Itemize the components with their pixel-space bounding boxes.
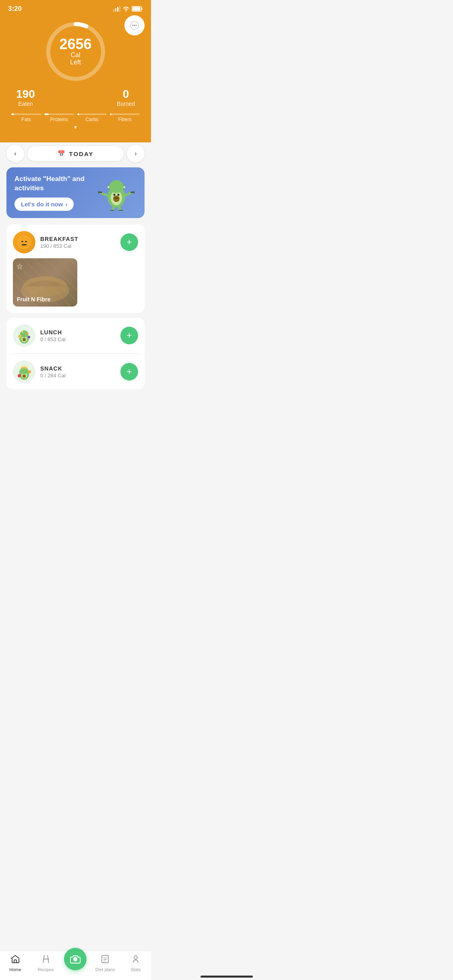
chat-button[interactable] (124, 15, 145, 35)
burned-stat: 0 Burned (117, 88, 135, 107)
svg-point-14 (113, 196, 120, 202)
svg-point-46 (23, 375, 26, 378)
svg-marker-48 (21, 365, 27, 369)
svg-point-40 (18, 335, 21, 338)
macro-proteins: Proteins (44, 113, 74, 122)
macro-fats-label: Fats (21, 117, 31, 122)
svg-rect-42 (22, 331, 23, 333)
banner-title: Activate "Health" and activities (14, 175, 96, 192)
calorie-value: 2656 (59, 37, 91, 51)
lunch-icon (13, 324, 35, 347)
status-icons (113, 6, 143, 12)
prev-date-button[interactable]: ‹ (6, 145, 24, 163)
banner-left: Activate "Health" and activities Let's d… (14, 175, 96, 210)
macro-fats: Fats (11, 113, 41, 122)
breakfast-header: BREAKFAST 190 / 853 Cal + (13, 231, 138, 253)
lunch-add-button[interactable]: + (120, 327, 138, 344)
snack-avocado-svg (16, 364, 32, 380)
avocado-mascot-svg (98, 175, 134, 211)
svg-point-8 (134, 25, 135, 26)
snack-info: SNACK 0 / 284 Cal (40, 365, 120, 379)
svg-line-20 (100, 193, 108, 196)
burned-value: 0 (117, 88, 135, 101)
food-card-breakfast[interactable]: ☆ Fruit N Fibre (13, 258, 77, 307)
activate-banner[interactable]: Activate "Health" and activities Let's d… (6, 167, 145, 218)
svg-rect-3 (119, 6, 120, 12)
status-time: 3:20 (8, 5, 22, 13)
macro-carbs-label: Carbs (85, 117, 98, 122)
snack-add-button[interactable]: + (120, 363, 138, 381)
svg-point-49 (18, 374, 21, 377)
date-pill[interactable]: 📅 TODAY (27, 146, 124, 161)
svg-point-16 (118, 194, 120, 196)
lunch-avocado-svg (16, 327, 32, 344)
svg-point-30 (17, 235, 31, 249)
macro-fibers: Fibers (110, 113, 140, 122)
svg-rect-2 (117, 7, 118, 12)
svg-rect-33 (22, 244, 27, 245)
svg-rect-0 (113, 9, 114, 12)
activate-button[interactable]: Let's do it now › (14, 198, 74, 211)
svg-point-41 (28, 336, 30, 338)
svg-line-21 (125, 193, 131, 196)
breakfast-face-svg (17, 235, 31, 249)
next-date-button[interactable]: › (127, 145, 145, 163)
svg-point-38 (23, 338, 26, 341)
eaten-label: Eaten (16, 101, 35, 107)
chat-icon (130, 21, 139, 30)
breakfast-icon (13, 231, 35, 253)
expand-arrow[interactable]: ▾ (74, 124, 77, 130)
lunch-cal: 0 / 853 Cal (40, 336, 120, 342)
svg-rect-1 (115, 8, 116, 12)
signal-icon (113, 6, 120, 12)
calendar-icon: 📅 (58, 150, 66, 157)
svg-rect-22 (98, 191, 102, 193)
lunch-row: LUNCH 0 / 853 Cal + (6, 318, 145, 354)
svg-point-19 (109, 180, 124, 193)
svg-rect-5 (132, 7, 141, 11)
battery-icon (132, 6, 143, 12)
lunch-name: LUNCH (40, 329, 120, 336)
svg-point-43 (26, 332, 29, 335)
snack-icon (13, 360, 35, 383)
activate-button-label: Let's do it now (21, 201, 63, 208)
eaten-value: 190 (16, 88, 35, 101)
main-content: ‹ 📅 TODAY › Activate "Health" and activi… (0, 138, 151, 426)
svg-point-15 (114, 194, 116, 196)
eaten-burned-row: 190 Eaten 0 Burned (8, 88, 143, 107)
snack-row: SNACK 0 / 284 Cal + (6, 354, 145, 389)
snack-cal: 0 / 284 Cal (40, 373, 120, 379)
macro-bars: Fats Proteins Carbs Fibers (8, 113, 143, 122)
lunch-snack-container: LUNCH 0 / 853 Cal + (6, 318, 145, 389)
svg-point-9 (136, 25, 137, 26)
date-label: TODAY (69, 150, 94, 157)
food-card-name: Fruit N Fibre (17, 296, 50, 303)
breakfast-name: BREAKFAST (40, 236, 120, 242)
wifi-icon (122, 6, 130, 12)
banner-mascot (96, 175, 137, 211)
calorie-center: 2656 Cal Left (59, 37, 91, 66)
svg-point-50 (28, 370, 31, 373)
header-section: 2656 Cal Left 190 Eaten 0 Burned Fats Pr… (0, 15, 151, 142)
calorie-unit: Cal (59, 51, 91, 59)
status-bar: 3:20 (0, 0, 151, 15)
svg-rect-24 (130, 191, 134, 193)
svg-point-51 (19, 371, 21, 373)
breakfast-cal: 190 / 853 Cal (40, 243, 120, 249)
date-nav: ‹ 📅 TODAY › (0, 138, 151, 167)
svg-rect-31 (21, 241, 23, 242)
breakfast-info: BREAKFAST 190 / 853 Cal (40, 236, 120, 249)
macro-proteins-label: Proteins (50, 117, 68, 122)
macro-fibers-label: Fibers (118, 117, 131, 122)
snack-name: SNACK (40, 365, 120, 372)
svg-rect-25 (134, 190, 134, 194)
food-star-icon: ☆ (16, 261, 23, 271)
svg-rect-32 (25, 241, 27, 242)
calorie-ring: 2656 Cal Left (43, 19, 108, 84)
calorie-sublabel: Left (59, 59, 91, 66)
svg-point-7 (132, 25, 134, 26)
burned-label: Burned (117, 101, 135, 107)
breakfast-section: BREAKFAST 190 / 853 Cal + ☆ Fruit N Fibr… (6, 224, 145, 313)
breakfast-add-button[interactable]: + (120, 233, 138, 251)
macro-carbs: Carbs (77, 113, 107, 122)
